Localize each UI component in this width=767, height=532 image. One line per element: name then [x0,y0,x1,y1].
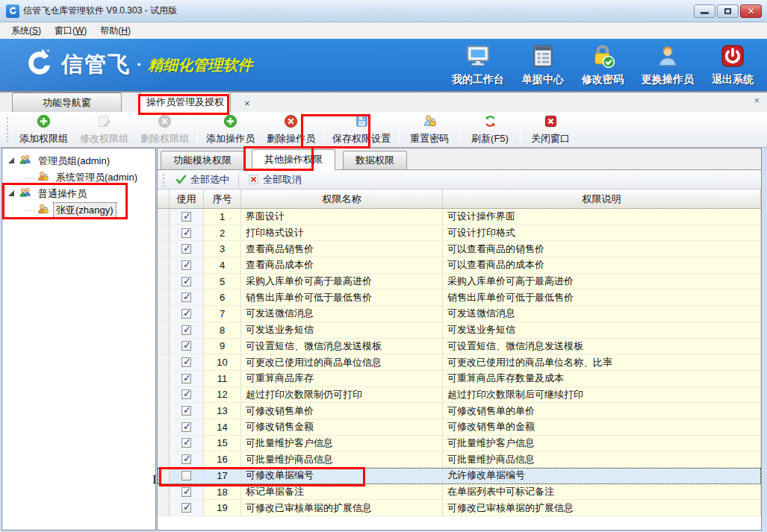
separator [399,115,400,145]
use-checkbox[interactable] [181,357,191,367]
table-row[interactable]: 8 可发送业务短信 可发送业务短信 [158,322,761,339]
use-checkbox[interactable] [181,503,191,513]
table-row[interactable]: 19 可修改已审核单据的扩展信息 可修改已审核单据的扩展信息 [158,500,761,516]
close-button[interactable]: ✕ [740,4,762,18]
banner-action[interactable]: 修改密码 [573,43,633,87]
use-checkbox[interactable] [181,309,191,319]
perm-tab[interactable]: 功能模块权限 [161,151,244,169]
table-row[interactable]: 10 可更改已使用过的商品单位信息 可更改已使用过的商品单位名称、比率 [158,354,761,371]
table-row[interactable]: 1 界面设计 可设计操作界面 [158,209,761,225]
toolbar-button[interactable]: 关闭窗口 [523,113,578,147]
toolbar-button[interactable]: 删除操作员 [261,113,321,147]
use-checkbox[interactable] [181,487,191,497]
document-tab-strip: 功能导航窗操作员管理及授权×× [0,91,767,112]
minimize-button[interactable] [694,4,715,18]
use-checkbox[interactable] [181,260,191,270]
select-all-button[interactable]: 全部选中 [170,172,235,188]
tree-operator-node[interactable]: 系统管理员(admin) [2,169,155,186]
toolbar-button[interactable]: 保存权限设置 [326,113,397,147]
use-checkbox[interactable] [181,212,191,222]
table-row[interactable]: 18 标记单据备注 在单据列表中可标记备注 [158,484,761,501]
table-row[interactable]: 16 可批量维护商品信息 可批量维护商品信息 [158,451,761,468]
toolbar-button-label: 保存权限设置 [332,132,391,145]
user-group-icon [19,154,36,169]
use-checkbox[interactable] [181,228,191,238]
separator [238,173,239,187]
row-number: 1 [204,209,241,225]
use-checkbox[interactable] [181,244,191,254]
toolbar-button[interactable]: 刷新(F5) [462,113,518,147]
table-row[interactable]: 4 查看商品成本价 可以查看商品的成本价 [158,257,761,274]
maximize-button[interactable] [717,4,739,18]
table-row[interactable]: 5 采购入库单价可高于最高进价 采购入库单价可高于最高进价 [158,274,761,290]
table-row[interactable]: 12 超过打印次数限制仍可打印 超过打印次数限制后可继续打印 [158,387,761,404]
permission-description: 销售出库单价可低于最低售价 [443,290,761,306]
menu-item-S[interactable]: 系统(S) [4,23,48,39]
use-checkbox[interactable] [181,325,191,335]
tree-group-node[interactable]: 管理员组(admin) [2,153,155,169]
use-checkbox[interactable] [181,422,191,432]
permission-name: 可修改已审核单据的扩展信息 [241,500,443,516]
use-checkbox[interactable] [181,454,191,464]
menu-item-H[interactable]: 帮助(H) [93,23,137,39]
tab-close-icon[interactable]: × [241,98,253,112]
use-checkbox[interactable] [181,341,191,351]
banner-action[interactable]: 单据中心 [513,43,573,87]
perm-tab[interactable]: 数据权限 [343,151,407,169]
doc-tab[interactable]: 操作员管理及授权 [140,92,231,112]
add-plus-icon [223,114,237,132]
tree-expander-icon[interactable] [8,157,14,163]
tree-group-node[interactable]: 普通操作员 [2,186,155,202]
use-checkbox[interactable] [181,406,191,416]
banner-actions: 我的工作台 单据中心 修改密码 更换操作员 退出系统 [443,43,763,87]
doc-tab[interactable]: 功能导航窗 [12,93,122,112]
table-row[interactable]: 3 查看商品销售价 可以查看商品的销售价 [158,241,761,257]
table-row[interactable]: 15 可批量维护客户信息 可批量维护客户信息 [158,436,761,452]
table-row[interactable]: 7 可发送微信消息 可发送微信消息 [158,306,761,322]
perm-tab[interactable]: 其他操作权限 [252,149,335,170]
tree-operator-node[interactable]: 张亚(zhangy) [2,202,155,219]
switch-operator-person-icon [655,43,680,73]
toolbar-button[interactable]: 删除权限组 [134,113,195,147]
banner-action[interactable]: 退出系统 [703,43,763,87]
toolbar-button[interactable]: 添加权限组 [13,113,74,147]
use-cell [170,468,204,484]
banner-action-label: 退出系统 [712,73,754,87]
permission-description: 可发送业务短信 [443,322,761,339]
strip-close-icon[interactable]: × [754,95,760,106]
row-indicator [158,274,170,290]
permission-description: 可批量维护商品信息 [443,451,761,468]
row-indicator [158,484,170,501]
tree-connector [25,210,35,211]
permission-name: 界面设计 [241,209,443,225]
table-row[interactable]: 13 可修改销售单价 可修改销售单的单价 [158,403,761,419]
toolbar-button[interactable]: 修改权限组 [74,113,134,147]
banner-action[interactable]: 更换操作员 [633,43,703,87]
content-area: 管理员组(admin) 系统管理员(admin) 普通操作员 张亚(zhangy… [0,148,767,532]
toolbar-button[interactable]: 重置密码 [402,113,457,147]
use-checkbox[interactable] [181,292,191,302]
tree-expander-icon[interactable] [8,190,14,196]
use-cell [170,257,204,274]
banner-action[interactable]: 我的工作台 [443,43,513,87]
table-row[interactable]: 14 可修改销售金额 可修改销售单的金额 [158,419,761,436]
close-window-icon [544,114,558,132]
table-row[interactable]: 6 销售出库单价可低于最低售价 销售出库单价可低于最低售价 [158,290,761,306]
deselect-all-button[interactable]: 全部取消 [242,172,308,188]
permission-name: 可修改销售金额 [241,419,443,436]
use-checkbox[interactable] [181,438,191,448]
use-checkbox[interactable] [181,389,191,399]
permission-description: 可重算商品库存数量及成本 [443,371,761,387]
use-checkbox[interactable] [181,471,191,481]
table-row[interactable]: 9 可设置短信、微信消息发送模板 可设置短信、微信消息发送模板 [158,339,761,355]
permission-description: 可以查看商品的成本价 [443,257,761,274]
use-checkbox[interactable] [181,277,191,287]
table-row[interactable]: 2 打印格式设计 可设计打印格式 [158,225,761,242]
table-row[interactable]: 11 可重算商品库存 可重算商品库存数量及成本 [158,371,761,387]
toolbar-button[interactable]: 添加操作员 [200,113,261,147]
table-row[interactable]: 17 可修改单据编号 允许修改单据编号 [158,468,761,484]
use-checkbox[interactable] [181,374,191,384]
menu-item-W[interactable]: 窗口(W) [48,23,93,39]
maximize-icon [724,8,731,14]
column-header: 权限名称 [241,190,443,208]
